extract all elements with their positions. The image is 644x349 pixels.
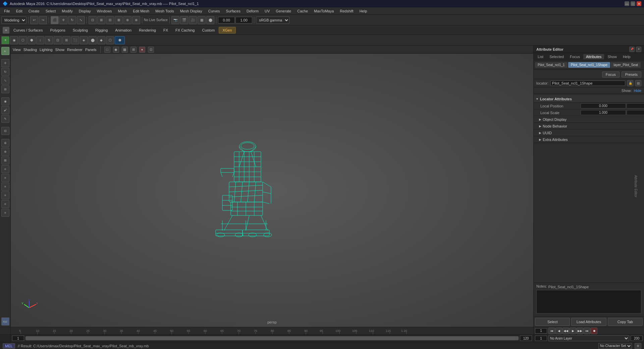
hide-button[interactable]: Hide <box>634 89 641 93</box>
ae-pin-btn[interactable]: 📌 <box>629 47 635 52</box>
menu-item-uv[interactable]: UV <box>262 8 272 14</box>
tool-e[interactable]: ≡ <box>1 174 9 182</box>
vp-btn-6[interactable]: ⊡ <box>148 47 154 53</box>
attr-tab-selected[interactable]: Selected <box>547 54 567 59</box>
timeline-ruler[interactable]: 5 10 15 20 25 30 35 40 45 50 5 <box>11 327 533 334</box>
copy-tab-button[interactable]: Copy Tab <box>608 318 643 326</box>
frame-display[interactable] <box>535 328 547 334</box>
icon-btn-3[interactable]: ⬢ <box>28 36 36 44</box>
menu-item-generate[interactable]: Generate <box>273 8 294 14</box>
locator-value-input[interactable] <box>550 81 625 86</box>
vp-btn-3[interactable]: ▦ <box>122 47 128 53</box>
node-tab-2[interactable]: layer_Pilot_Seat <box>611 62 641 68</box>
attr-tab-list[interactable]: List <box>535 54 546 59</box>
show-menu[interactable]: Show <box>55 48 65 52</box>
menu-item-cache[interactable]: Cache <box>294 8 311 14</box>
tool-i[interactable]: ≡ <box>1 209 9 217</box>
toolbar-btn-snap1[interactable]: ⊡ <box>89 16 97 24</box>
menu-item-edit-mesh[interactable]: Edit Mesh <box>130 8 152 14</box>
node-behavior-section[interactable]: ▶ Node Behavior <box>534 123 644 130</box>
toolbar-btn-move[interactable]: ✛ <box>59 16 67 24</box>
menu-item-mesh-display[interactable]: Mesh Display <box>177 8 205 14</box>
menu-item-surfaces[interactable]: Surfaces <box>223 8 243 14</box>
toolbar-btn-cam1[interactable]: 📷 <box>171 16 179 24</box>
vp-btn-2[interactable]: ◉ <box>113 47 119 53</box>
tool-f[interactable]: ≡ <box>1 183 9 191</box>
soft-select-btn[interactable]: ◉ <box>1 97 9 105</box>
range-start-input[interactable] <box>12 336 24 341</box>
icon-btn-9[interactable]: ◈ <box>80 36 88 44</box>
value-input-2[interactable] <box>235 17 252 23</box>
module-item-sculpting[interactable]: Sculpting <box>69 27 91 33</box>
menu-item-curves[interactable]: Curves <box>206 8 223 14</box>
module-toggle[interactable]: ≡ <box>3 27 9 34</box>
step-back-btn[interactable]: ◀ <box>555 328 562 334</box>
mode-dropdown[interactable]: Modeling <box>1 16 26 24</box>
tool-h[interactable]: ≡ <box>1 200 9 208</box>
vp-btn-5[interactable]: ● <box>139 47 145 53</box>
menu-item-deform[interactable]: Deform <box>244 8 261 14</box>
last-tool-btn[interactable]: ⊞ <box>1 85 9 93</box>
module-item-fx[interactable]: FX <box>160 27 171 33</box>
icon-btn-xgen[interactable]: ✦ <box>1 36 9 44</box>
toolbar-btn-1[interactable]: ↩ <box>30 16 38 24</box>
menu-item-file[interactable]: File <box>1 8 13 14</box>
menu-item-redshift[interactable]: Redshift <box>337 8 356 14</box>
annotation-btn[interactable]: ✎ <box>1 115 9 123</box>
tool-d[interactable]: ≡ <box>1 165 9 173</box>
lock-button[interactable]: 🔒 <box>627 80 633 86</box>
toolbar-btn-select[interactable]: ⬛ <box>51 16 59 24</box>
tool-c[interactable]: ⊠ <box>1 156 9 164</box>
module-item-xgen[interactable]: XGen <box>219 27 235 34</box>
menu-item-maxtomaya[interactable]: MaxToMaya <box>311 8 336 14</box>
tool-a[interactable]: ⊕ <box>1 139 9 147</box>
toolbar-btn-cam3[interactable]: 🎥 <box>189 16 197 24</box>
char-set-select[interactable]: No Character Set <box>598 343 632 349</box>
viewport-canvas[interactable]: X Y Z persp <box>11 54 533 327</box>
local-scale-y[interactable] <box>627 110 644 115</box>
menu-item-mesh[interactable]: Mesh <box>115 8 129 14</box>
icon-btn-6[interactable]: ⊡ <box>54 36 62 44</box>
renderer-menu[interactable]: Renderer <box>67 48 83 52</box>
vp-btn-1[interactable]: □ <box>104 47 110 53</box>
icon-btn-8[interactable]: ⬛ <box>71 36 79 44</box>
render-region-btn[interactable]: ⊟ <box>1 127 9 135</box>
ae-close-btn[interactable]: ✕ <box>636 47 641 52</box>
toolbar-btn-scale[interactable]: ⤡ <box>77 16 85 24</box>
toolbar-btn-rotate[interactable]: ↻ <box>68 16 76 24</box>
go-end-btn[interactable]: ⏭ <box>584 328 590 334</box>
presets-button[interactable]: Presets <box>622 71 641 78</box>
anim-layer-select[interactable]: No Anim Layer <box>548 335 629 341</box>
extra-attrs-section[interactable]: ▶ Extra Attributes <box>534 136 644 143</box>
menu-item-edit[interactable]: Edit <box>13 8 25 14</box>
toolbar-btn-snap3[interactable]: ⊟ <box>106 16 114 24</box>
toolbar-btn-snap6[interactable]: ⊗ <box>132 16 140 24</box>
module-item-custom[interactable]: Custom <box>199 27 218 33</box>
menu-item-mesh-tools[interactable]: Mesh Tools <box>153 8 176 14</box>
menu-item-select[interactable]: Select <box>43 8 59 14</box>
module-item-animation[interactable]: Animation <box>112 27 135 33</box>
menu-item-create[interactable]: Create <box>26 8 42 14</box>
panels-menu[interactable]: Panels <box>85 48 97 52</box>
toolbar-btn-snap2[interactable]: ⊞ <box>97 16 105 24</box>
tool-g[interactable]: ≡ <box>1 191 9 199</box>
toolbar-btn-snap5[interactable]: ⊕ <box>123 16 131 24</box>
shading-menu[interactable]: Shading <box>23 48 37 52</box>
icon-btn-11[interactable]: ◆ <box>97 36 105 44</box>
node-tab-1[interactable]: Pilot_Seat_ncl1_1Shape <box>568 62 610 68</box>
local-pos-x[interactable] <box>581 103 626 108</box>
bookmark-button[interactable]: ▤ <box>635 80 641 86</box>
select-footer-button[interactable]: Select <box>535 318 570 326</box>
attr-tab-attributes[interactable]: Attributes <box>583 54 604 59</box>
tool-b[interactable]: ⊗ <box>1 148 9 156</box>
record-btn[interactable]: ⏺ <box>591 328 597 334</box>
paint-btn[interactable]: 🖌 <box>1 106 9 114</box>
icon-btn-2[interactable]: ⬡ <box>19 36 27 44</box>
viewport[interactable]: View Shading Lighting Show Renderer Pane… <box>11 46 533 327</box>
menu-item-help[interactable]: Help <box>357 8 370 14</box>
toolbar-btn-2[interactable]: ↪ <box>39 16 47 24</box>
rotate-tool-btn[interactable]: ↻ <box>1 68 9 76</box>
toolbar-btn-cam4[interactable]: ▦ <box>198 16 206 24</box>
menu-item-windows[interactable]: Windows <box>94 8 115 14</box>
icon-btn-7[interactable]: ⊞ <box>62 36 70 44</box>
